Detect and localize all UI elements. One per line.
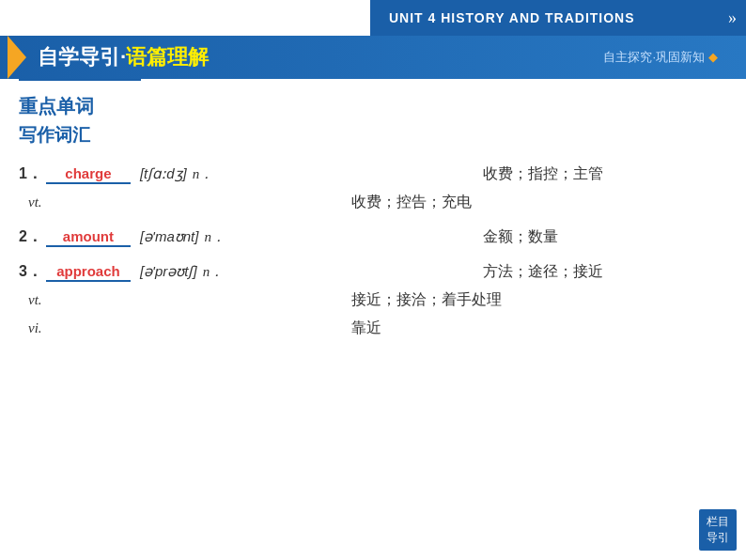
unit-label: UNIT 4 HISTORY AND TRADITIONS bbox=[389, 10, 635, 25]
nav-line1: 栏目 bbox=[707, 514, 729, 530]
entry-pos-3: n． bbox=[203, 259, 225, 285]
entry-meaning-1: 收费；指控；主管 bbox=[483, 161, 727, 188]
sub-pos-label-3-0: vt. bbox=[28, 287, 51, 314]
banner-char2: 篇 bbox=[147, 45, 167, 69]
vocab-entry-1: 1． charge [tʃɑːdʒ] n． 收费；指控；主管 vt. 收费；控告… bbox=[19, 161, 727, 216]
section-banner: 自学导引·语篇理解 自主探究·巩固新知◆ bbox=[0, 36, 746, 79]
vocab-row-2: 2． amount [ə'maʊnt] n． 金额；数量 bbox=[19, 224, 727, 251]
nav-line2: 导引 bbox=[707, 530, 729, 546]
header-arrow: » bbox=[728, 8, 737, 28]
entry-word-1: charge bbox=[46, 165, 131, 184]
sub-pos-label-3-1: vi. bbox=[28, 315, 51, 342]
top-header: UNIT 4 HISTORY AND TRADITIONS » bbox=[370, 0, 746, 36]
entry-pos-1: n． bbox=[193, 162, 214, 187]
banner-subtitle: 自主探究·巩固新知◆ bbox=[603, 49, 718, 66]
entry-num-1: 1． bbox=[19, 161, 42, 188]
sub-pos-row-1-0: vt. 收费；控告；充电 bbox=[28, 188, 727, 216]
entry-phonetic-2: [ə'maʊnt] bbox=[140, 224, 199, 249]
vocab-entry-3: 3． approach [ə'prəʊtʃ] n． 方法；途径；接近 vt. 接… bbox=[19, 258, 727, 343]
sub-pos-row-3-1: vi. 靠近 bbox=[28, 314, 727, 342]
main-content: 重点单词 写作词汇 1． charge [tʃɑːdʒ] n． 收费；指控；主管… bbox=[19, 85, 727, 513]
entry-pos-2: n． bbox=[204, 225, 225, 250]
section-subtitle-writing: 写作词汇 bbox=[19, 123, 727, 148]
sub-pos-row-3-0: vt. 接近；接洽；着手处理 bbox=[28, 286, 727, 314]
banner-char4: 解 bbox=[188, 45, 209, 69]
entry-num-3: 3． bbox=[19, 258, 42, 286]
deco-line bbox=[19, 79, 141, 81]
entry-num-2: 2． bbox=[19, 224, 42, 251]
entry-meaning-2: 金额；数量 bbox=[483, 224, 727, 251]
banner-prefix: 自学导引· bbox=[38, 45, 126, 69]
sub-meaning-3-1: 靠近 bbox=[351, 314, 381, 342]
banner-arrow-icon bbox=[8, 36, 26, 79]
entry-word-2: amount bbox=[46, 228, 131, 247]
entry-meaning-3: 方法；途径；接近 bbox=[483, 258, 727, 286]
vocab-row-1: 1． charge [tʃɑːdʒ] n． 收费；指控；主管 bbox=[19, 161, 727, 188]
section-title-vocab: 重点单词 bbox=[19, 94, 727, 119]
sub-meaning-3-0: 接近；接洽；着手处理 bbox=[351, 286, 502, 314]
diamond-icon: ◆ bbox=[708, 50, 718, 64]
entry-phonetic-3: [ə'prəʊtʃ] bbox=[140, 258, 197, 284]
vocab-row-3: 3． approach [ə'prəʊtʃ] n． 方法；途径；接近 bbox=[19, 258, 727, 286]
sub-pos-label-1-0: vt. bbox=[28, 189, 51, 216]
entry-phonetic-1: [tʃɑːdʒ] bbox=[140, 161, 187, 186]
vocab-entry-2: 2． amount [ə'maʊnt] n． 金额；数量 bbox=[19, 224, 727, 251]
subtitle-text: 自主探究·巩固新知 bbox=[603, 50, 705, 64]
entry-word-3: approach bbox=[46, 263, 131, 282]
nav-button[interactable]: 栏目 导引 bbox=[699, 509, 737, 551]
sub-meaning-1-0: 收费；控告；充电 bbox=[351, 188, 472, 216]
banner-title: 自学导引·语篇理解 bbox=[38, 43, 209, 71]
banner-char1: 语 bbox=[126, 45, 147, 69]
banner-char3: 理 bbox=[167, 45, 188, 69]
